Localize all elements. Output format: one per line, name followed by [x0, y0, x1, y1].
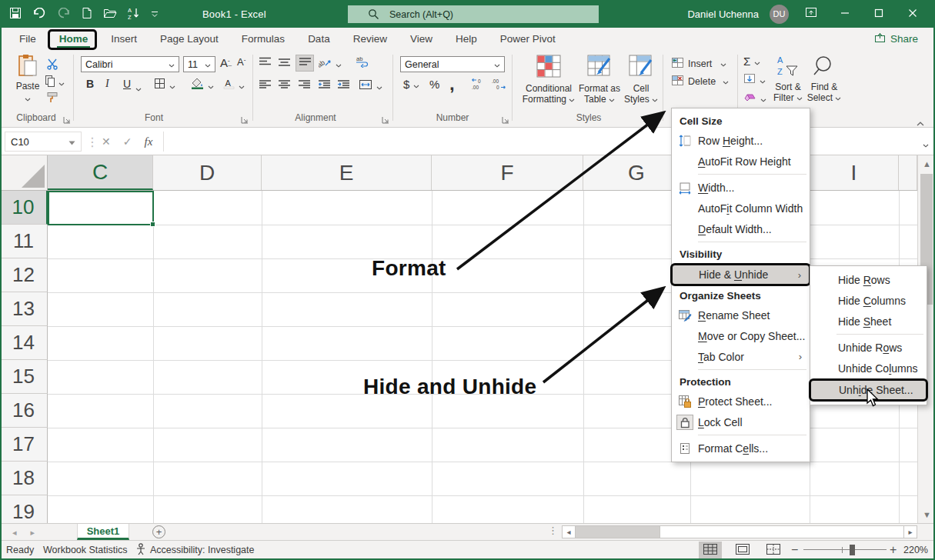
fill-handle[interactable]	[150, 222, 155, 227]
zoom-slider[interactable]	[803, 549, 887, 550]
fill-button[interactable]	[743, 73, 766, 87]
copy-button[interactable]	[45, 75, 65, 90]
accounting-format-button[interactable]: $	[403, 78, 419, 91]
workbook-statistics-button[interactable]: Workbook Statistics	[43, 541, 128, 559]
scroll-up-icon[interactable]: ▲	[918, 155, 935, 172]
menu-item-tab-color[interactable]: Tab Color›	[672, 346, 810, 367]
percent-style-button[interactable]: %	[429, 78, 439, 91]
add-sheet-icon[interactable]: +	[152, 525, 165, 538]
clear-button[interactable]	[743, 92, 766, 105]
page-layout-view-button[interactable]	[731, 542, 754, 558]
paste-button[interactable]: Paste	[11, 54, 45, 104]
menu-item-autofit-column-width[interactable]: AutoFit Column Width	[672, 198, 810, 218]
sort-filter-button[interactable]: AZ Sort & Filter	[770, 54, 806, 103]
column-header-blank[interactable]	[899, 155, 917, 190]
zoom-slider-thumb[interactable]	[850, 545, 855, 555]
alignment-dialog-launcher-icon[interactable]	[382, 113, 389, 121]
number-format-select[interactable]: General	[400, 56, 505, 72]
sort-az-icon[interactable]: AZ	[128, 7, 140, 22]
row-header-13[interactable]: 13	[0, 292, 48, 326]
font-dialog-launcher-icon[interactable]	[241, 113, 249, 121]
close-icon[interactable]	[901, 0, 924, 28]
borders-button[interactable]	[154, 78, 175, 92]
zoom-out-icon[interactable]: −	[791, 541, 798, 559]
increase-indent-button[interactable]	[337, 79, 350, 93]
page-break-view-button[interactable]	[762, 542, 785, 558]
tab-insert[interactable]: Insert	[99, 28, 149, 50]
menu-item-move-or-copy-sheet[interactable]: Move or Copy Sheet...	[672, 325, 810, 346]
align-middle-button[interactable]	[278, 57, 291, 71]
column-header-i[interactable]: I	[810, 155, 899, 190]
user-name[interactable]: Daniel Uchenna	[687, 8, 759, 20]
insert-function-icon[interactable]: fx	[144, 135, 152, 148]
tab-help[interactable]: Help	[444, 28, 489, 50]
cell-styles-button[interactable]: Cell Styles	[623, 54, 659, 105]
align-left-button[interactable]	[259, 79, 272, 93]
zoom-in-icon[interactable]: +	[890, 541, 897, 559]
number-dialog-launcher-icon[interactable]	[502, 113, 509, 121]
column-header-f[interactable]: F	[432, 155, 583, 190]
expand-formula-bar-icon[interactable]	[923, 137, 929, 151]
menu-item-row-height[interactable]: Row Height...	[672, 130, 810, 151]
row-header-19[interactable]: 19	[0, 495, 48, 523]
minimize-icon[interactable]	[833, 0, 857, 28]
tab-page-layout[interactable]: Page Layout	[149, 28, 230, 50]
bold-button[interactable]: B	[86, 78, 94, 90]
menu-item-format-cells[interactable]: Format Cells...	[672, 438, 810, 458]
merge-center-button[interactable]	[359, 79, 382, 93]
tab-review[interactable]: Review	[342, 28, 399, 50]
increase-decimal-button[interactable]: 0.00	[471, 78, 486, 93]
align-top-button[interactable]	[259, 57, 272, 71]
underline-options-chevron-icon[interactable]	[135, 81, 142, 95]
increase-font-size-button[interactable]: Aˇ̲	[220, 56, 230, 69]
horizontal-scrollbar[interactable]: ◂ ▸	[562, 525, 917, 538]
delete-cells-button[interactable]: Delete	[671, 75, 729, 88]
column-header-c[interactable]: C	[48, 155, 153, 190]
menu-item-protect-sheet[interactable]: Protect Sheet...	[672, 391, 810, 412]
row-header-10[interactable]: 10	[0, 191, 48, 225]
format-painter-button[interactable]	[46, 92, 58, 107]
row-header-18[interactable]: 18	[0, 462, 48, 495]
row-header-14[interactable]: 14	[0, 326, 48, 360]
menu-item-hide-rows[interactable]: Hide Rows	[810, 269, 927, 290]
decrease-font-size-button[interactable]: Aˇ	[237, 56, 245, 68]
autosum-button[interactable]: Σ	[743, 55, 760, 68]
tab-formulas[interactable]: Formulas	[230, 28, 296, 50]
menu-item-lock-cell[interactable]: Lock Cell	[672, 412, 810, 432]
align-bottom-button[interactable]	[296, 55, 314, 72]
redo-icon[interactable]	[57, 8, 71, 21]
undo-icon[interactable]	[32, 8, 46, 21]
column-header-d[interactable]: D	[153, 155, 262, 190]
cut-button[interactable]	[46, 58, 58, 73]
normal-view-button[interactable]	[699, 542, 722, 558]
row-header-15[interactable]: 15	[0, 360, 48, 394]
new-file-icon[interactable]	[82, 7, 92, 22]
italic-button[interactable]: I	[105, 78, 109, 90]
avatar[interactable]: DU	[770, 5, 789, 24]
row-header-17[interactable]: 17	[0, 428, 48, 462]
comma-style-button[interactable]: ,	[449, 73, 455, 95]
align-right-button[interactable]	[298, 79, 311, 93]
row-header-12[interactable]: 12	[0, 258, 48, 292]
maximize-icon[interactable]	[867, 0, 890, 28]
tab-power-pivot[interactable]: Power Pivot	[489, 28, 567, 50]
menu-item-unhide-rows[interactable]: Unhide Rows	[810, 337, 927, 358]
font-color-button[interactable]: A	[223, 78, 245, 92]
font-size-select[interactable]: 11	[183, 56, 215, 72]
next-sheet-icon[interactable]: ▸	[31, 528, 35, 538]
underline-button[interactable]: U	[123, 78, 131, 90]
menu-item-hide-columns[interactable]: Hide Columns	[810, 290, 927, 311]
share-button[interactable]: Share	[868, 30, 924, 48]
conditional-formatting-button[interactable]: Conditional Formatting	[522, 54, 576, 105]
format-as-table-button[interactable]: Format as Table	[576, 54, 623, 105]
ribbon-display-options-icon[interactable]	[800, 0, 823, 28]
selected-cell-c10[interactable]	[48, 191, 154, 225]
menu-item-rename-sheet[interactable]: Rename Sheet	[672, 305, 810, 325]
tab-data[interactable]: Data	[296, 28, 342, 50]
insert-cells-button[interactable]: Insert	[671, 57, 726, 71]
tab-file[interactable]: File	[8, 28, 48, 50]
cancel-icon[interactable]: ✕	[102, 135, 111, 148]
name-box-dropdown-icon[interactable]	[68, 136, 75, 148]
sheet-tab-sheet1[interactable]: Sheet1	[77, 524, 129, 540]
menu-item-width[interactable]: Width...	[672, 177, 810, 198]
